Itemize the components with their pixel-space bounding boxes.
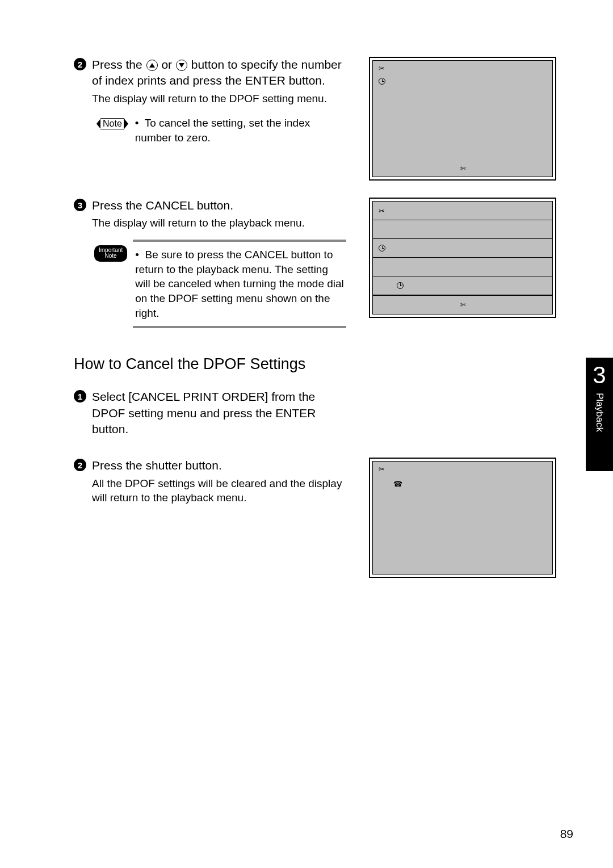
clock-icon xyxy=(397,282,404,289)
lcd-figure-cancel: ✂ ☎ xyxy=(369,458,556,578)
cancel-step-2-sub: All the DPOF settings will be cleared an… xyxy=(92,476,346,505)
clock-icon xyxy=(379,245,385,251)
cancel-step-2-main: Press the shutter button. xyxy=(92,458,346,473)
text: Press the xyxy=(92,58,146,71)
page-content: 2 Press the or button to specify the num… xyxy=(0,0,613,629)
text: Note xyxy=(99,253,123,259)
step-2-sub: The display will return to the DPOF sett… xyxy=(92,91,346,106)
clock-icon xyxy=(379,77,385,87)
chapter-label: Playback xyxy=(594,393,605,432)
important-text: • Be sure to press the CANCEL button to … xyxy=(133,240,346,328)
text: Be sure to press the CANCEL button to re… xyxy=(135,249,344,319)
scissors-icon: ✂ xyxy=(379,64,385,73)
lcd-figure-dpof-menu: ✂ ✄ xyxy=(369,198,556,318)
phone-icon: ☎ xyxy=(393,480,402,488)
lcd-figure-index-prints: ✂ ✄ xyxy=(369,57,556,181)
step-number-badge: 1 xyxy=(74,390,86,402)
step-3-main: Press the CANCEL button. xyxy=(92,198,346,213)
open-scissors-icon: ✄ xyxy=(460,301,465,309)
step-number-badge: 2 xyxy=(74,459,86,471)
step-3-sub: The display will return to the playback … xyxy=(92,216,346,230)
up-button-icon xyxy=(146,60,158,71)
chapter-side-tab: 3 Playback xyxy=(586,358,613,471)
bullet-icon: • xyxy=(135,116,142,131)
step-3: 3 Press the CANCEL button. The display w… xyxy=(74,198,346,230)
note-label: Note xyxy=(100,118,124,129)
bullet-icon: • xyxy=(135,248,142,262)
cancel-step-1-main: Select [CANCEL PRINT ORDER] from the DPO… xyxy=(92,389,346,437)
step-2-main: Press the or button to specify the numbe… xyxy=(92,57,346,89)
cancel-step-2: 2 Press the shutter button. All the DPOF… xyxy=(74,458,346,505)
open-scissors-icon: ✄ xyxy=(460,165,465,173)
note-text: • To cancel the setting, set the index n… xyxy=(135,116,346,145)
page-number: 89 xyxy=(560,827,573,841)
section-heading: How to Cancel the DPOF Settings xyxy=(74,355,579,373)
cancel-step-1: 1 Select [CANCEL PRINT ORDER] from the D… xyxy=(74,389,346,437)
chapter-number: 3 xyxy=(593,363,606,387)
text: To cancel the setting, set the index num… xyxy=(135,117,310,144)
note-block: Note • To cancel the setting, set the in… xyxy=(94,116,346,145)
important-note-block: Important Note • Be sure to press the CA… xyxy=(94,240,346,328)
important-badge: Important Note xyxy=(94,245,127,262)
step-number-badge: 2 xyxy=(74,58,86,70)
text: or xyxy=(161,58,175,71)
note-badge: Note xyxy=(94,117,131,131)
step-number-badge: 3 xyxy=(74,199,86,211)
scissors-icon: ✂ xyxy=(379,465,385,473)
down-button-icon xyxy=(176,60,187,71)
scissors-icon: ✂ xyxy=(379,207,385,215)
step-2: 2 Press the or button to specify the num… xyxy=(74,57,346,106)
